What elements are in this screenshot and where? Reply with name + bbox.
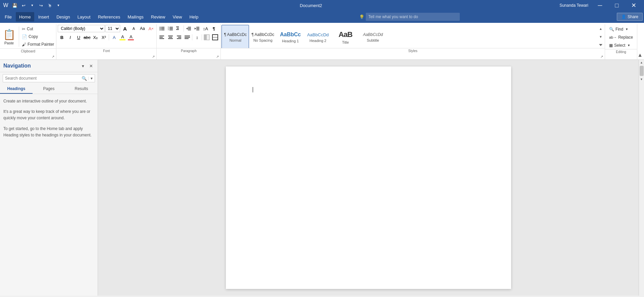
sort-button[interactable]: ↕A — [201, 25, 209, 32]
format-painter-button[interactable]: 🖌 Format Painter — [20, 41, 55, 48]
font-family-select[interactable]: Calibri (Body) — [58, 25, 105, 32]
clear-format-button[interactable]: A✕ — [147, 25, 155, 32]
copy-button[interactable]: 📄 Copy — [20, 33, 55, 40]
scroll-down-button[interactable]: ▼ — [639, 77, 644, 82]
maximize-button[interactable]: □ — [609, 0, 625, 11]
nav-close-button[interactable]: ✕ — [88, 62, 94, 69]
paragraph-launcher[interactable]: ↗ — [215, 54, 220, 59]
style-heading2-item[interactable]: AaBbCcDd Heading 2 — [304, 25, 332, 48]
font-size-select[interactable]: 11 — [105, 25, 120, 32]
increase-indent-button[interactable] — [193, 25, 201, 32]
font-color-wrap: A — [128, 34, 134, 40]
border-button[interactable] — [211, 34, 219, 41]
svg-rect-33 — [185, 37, 190, 38]
undo-button[interactable]: ↩ — [19, 1, 28, 9]
text-effects-button[interactable]: A — [110, 34, 118, 41]
touch-button[interactable]: 🖱 — [46, 1, 54, 9]
menu-layout[interactable]: Layout — [74, 12, 94, 22]
svg-rect-7 — [169, 27, 173, 28]
shrink-font-button[interactable]: A — [130, 25, 138, 32]
align-center-button[interactable] — [166, 34, 175, 41]
menu-help[interactable]: Help — [186, 12, 202, 22]
find-button[interactable]: 🔍 Find ▼ — [606, 26, 633, 33]
share-button[interactable]: 👤 Share — [617, 13, 643, 21]
menu-home[interactable]: Home — [16, 12, 34, 22]
search-ribbon-input[interactable] — [366, 13, 460, 21]
numbering-button[interactable]: 1.2.3. — [166, 25, 175, 32]
multilevel-button[interactable] — [175, 25, 183, 32]
clipboard-launcher[interactable]: ↗ — [51, 54, 55, 59]
menu-insert[interactable]: Insert — [35, 12, 53, 22]
minimize-button[interactable]: ─ — [592, 0, 608, 11]
styles-launcher[interactable]: ↗ — [599, 54, 604, 59]
svg-marker-15 — [186, 28, 188, 30]
menu-search-area: 💡 — [202, 13, 616, 21]
styles-expand-button[interactable] — [598, 41, 603, 48]
svg-rect-18 — [188, 30, 191, 30]
justify-button[interactable] — [183, 34, 191, 41]
svg-rect-9 — [169, 28, 173, 29]
highlight-color-button[interactable]: A — [118, 34, 127, 41]
customize-qa[interactable]: ▼ — [54, 1, 62, 9]
svg-rect-3 — [161, 28, 164, 29]
cut-button[interactable]: ✂ Cut — [20, 25, 55, 33]
style-normal-item[interactable]: ¶ AaBbCcDc Normal — [221, 25, 249, 48]
tab-pages[interactable]: Pages — [33, 84, 65, 94]
document-area[interactable] — [98, 60, 639, 296]
decrease-indent-button[interactable] — [185, 25, 193, 32]
nav-search-icon[interactable]: 🔍 — [80, 76, 88, 81]
nav-search-dropdown[interactable]: ▼ — [88, 77, 95, 80]
bullets-button[interactable] — [158, 25, 166, 32]
svg-point-4 — [160, 30, 161, 31]
document-page[interactable] — [226, 67, 511, 289]
tab-headings[interactable]: Headings — [0, 84, 33, 94]
style-heading2-preview: AaBbCcDd — [307, 32, 329, 37]
show-hide-button[interactable]: ¶ — [210, 25, 218, 32]
paste-button[interactable]: 📋 Paste — [1, 25, 17, 48]
bold-button[interactable]: B — [58, 34, 66, 41]
select-button[interactable]: ▦ Select ▼ — [606, 42, 633, 49]
menu-file[interactable]: File — [1, 12, 15, 22]
align-right-button[interactable] — [175, 34, 183, 41]
style-subtitle-item[interactable]: AaBbCcDd Subtitle — [359, 25, 387, 48]
style-title-item[interactable]: AaB Title — [332, 25, 359, 48]
font-color-button[interactable]: A — [127, 34, 135, 41]
superscript-button[interactable]: X² — [100, 34, 108, 41]
menu-view[interactable]: View — [169, 12, 185, 22]
para-sep3 — [202, 34, 202, 40]
redo-button[interactable]: ↪ — [37, 1, 45, 9]
change-case-button[interactable]: Aa — [138, 25, 146, 32]
close-button[interactable]: ✕ — [626, 0, 641, 11]
nav-collapse-button[interactable]: ▾ — [80, 62, 86, 69]
font-launcher[interactable]: ↗ — [151, 54, 156, 59]
strikethrough-button[interactable]: abc — [83, 34, 91, 41]
align-left-button[interactable] — [158, 34, 166, 41]
underline-button[interactable]: U — [75, 34, 83, 41]
scroll-thumb[interactable] — [640, 66, 644, 76]
tab-results[interactable]: Results — [65, 84, 98, 94]
title-bar-left: W 💾 ↩ ▼ ↪ 🖱 ▼ — [3, 1, 62, 9]
search-document-input[interactable] — [3, 75, 80, 82]
menu-references[interactable]: References — [95, 12, 123, 22]
line-spacing-button[interactable]: ↕ — [193, 34, 201, 41]
svg-rect-14 — [176, 29, 179, 30]
undo-arrow[interactable]: ▼ — [28, 1, 36, 9]
scroll-up-button[interactable]: ▲ — [639, 60, 644, 65]
collapse-ribbon-button[interactable]: ▲ — [637, 52, 643, 58]
menu-mailings[interactable]: Mailings — [124, 12, 147, 22]
style-nospace-item[interactable]: ¶ AaBbCcDc No Spacing — [249, 25, 277, 48]
menu-design[interactable]: Design — [53, 12, 73, 22]
italic-button[interactable]: I — [66, 34, 74, 41]
save-button[interactable]: 💾 — [11, 1, 19, 9]
subscript-button[interactable]: X₂ — [91, 34, 99, 41]
svg-rect-13 — [177, 28, 179, 29]
grow-font-button[interactable]: A — [121, 25, 129, 32]
styles-group: ¶ AaBbCcDc Normal ¶ AaBbCcDc No Spacing … — [221, 24, 605, 59]
styles-scroll-down-button[interactable]: ▼ — [598, 33, 603, 40]
style-heading1-item[interactable]: AaBbCc Heading 1 — [277, 25, 304, 48]
styles-scroll-up-button[interactable]: ▲ — [598, 25, 603, 32]
shading-button[interactable] — [203, 34, 211, 41]
replace-button[interactable]: ab→ Replace — [606, 34, 636, 41]
menu-review[interactable]: Review — [148, 12, 169, 22]
nav-tabs: Headings Pages Results — [0, 84, 98, 94]
